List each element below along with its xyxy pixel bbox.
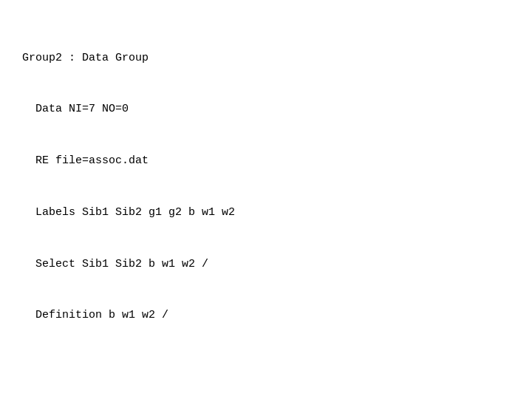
line-definition: Definition b w1 w2 / (22, 307, 510, 324)
line-group2: Group2 : Data Group (22, 50, 510, 66)
line-select: Select Sib1 Sib2 b w1 w2 / (22, 256, 510, 273)
line-labels: Labels Sib1 Sib2 g1 g2 b w1 w2 (22, 204, 510, 221)
line-empty1 (22, 358, 510, 375)
line-data: Data NI=7 NO=0 (22, 100, 510, 117)
code-content: Group2 : Data Group Data NI=7 NO=0 RE fi… (0, 0, 532, 399)
line-re: RE file=assoc.dat (22, 152, 510, 169)
